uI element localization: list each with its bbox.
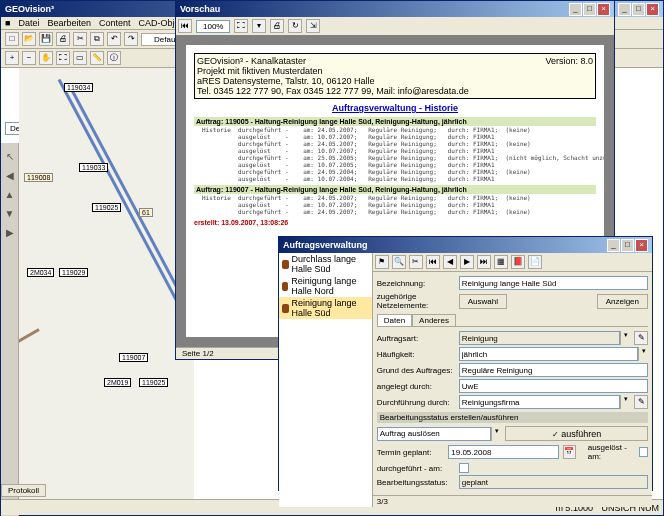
tb-undo-icon[interactable]: ↶: [107, 32, 121, 46]
tb-cut2-icon[interactable]: ✂: [409, 255, 423, 269]
haeufigkeit-label: Häufigkeit:: [377, 350, 455, 359]
menu-content[interactable]: Content: [99, 18, 131, 28]
tb-open-icon[interactable]: 📂: [22, 32, 36, 46]
angelegt-label: angelegt durch:: [377, 382, 455, 391]
list-item[interactable]: Durchlass lange Halle Süd: [279, 253, 372, 275]
node-label: 119033: [79, 163, 108, 172]
tb-grid-icon[interactable]: ▦: [494, 255, 508, 269]
history-row: ausgelöst - am: 10.07.2005; Reguläre Rei…: [194, 161, 596, 168]
order-list: Durchlass lange Halle Süd Reinigung lang…: [279, 253, 373, 507]
grund-input[interactable]: [459, 363, 648, 377]
tb-prev-icon[interactable]: ◀: [443, 255, 457, 269]
auftragsart-select[interactable]: [459, 331, 620, 345]
refresh-icon[interactable]: ↻: [288, 19, 302, 33]
bezeichnung-label: Bezeichnung:: [377, 279, 455, 288]
ausgeloest-checkbox[interactable]: [639, 447, 648, 457]
print-icon[interactable]: 🖨: [270, 19, 284, 33]
tab-daten[interactable]: Daten: [377, 314, 412, 326]
auftragsart-label: Auftragsart:: [377, 334, 455, 343]
node-label: 119007: [119, 353, 148, 362]
tb-first-icon[interactable]: ⏮: [426, 255, 440, 269]
auswahl-button[interactable]: Auswahl: [459, 294, 507, 309]
tb-search-icon[interactable]: 🔍: [392, 255, 406, 269]
list-item[interactable]: Reinigung lange Halle Süd: [279, 297, 372, 319]
tb-print-icon[interactable]: 🖨: [56, 32, 70, 46]
arrow-w-icon[interactable]: ◀: [6, 170, 14, 181]
history-row: Historie durchgeführt - am: 24.05.2007; …: [194, 194, 596, 201]
map-canvas[interactable]: 119034 119033 119025 2M034 119029 119007…: [19, 68, 194, 513]
protokoll-tab[interactable]: Protokoll: [1, 484, 46, 497]
bearbstatus-field: [459, 475, 648, 489]
zoom-fit-icon[interactable]: ⛶: [234, 19, 248, 33]
tb-save-icon[interactable]: 💾: [39, 32, 53, 46]
ausgeloest-label: ausgelöst - am:: [588, 443, 635, 461]
tb-pan-icon[interactable]: ✋: [39, 51, 53, 65]
ausfuehren-button[interactable]: ✓ ausführen: [505, 426, 648, 441]
termin-input[interactable]: [448, 445, 559, 459]
tb-measure-icon[interactable]: 📏: [90, 51, 104, 65]
tb-copy-icon[interactable]: ⧉: [90, 32, 104, 46]
menu-bearbeiten[interactable]: Bearbeiten: [47, 18, 91, 28]
tb-last-icon[interactable]: ⏭: [477, 255, 491, 269]
tb-flag-icon[interactable]: ⚑: [375, 255, 389, 269]
haeufigkeit-select[interactable]: [459, 347, 638, 361]
history-row: ausgelöst - am: 10.07.2007; Reguläre Rei…: [194, 201, 596, 208]
dropdown-icon[interactable]: ▾: [620, 395, 630, 409]
auftrag-header: Auftrag: 119005 - Haltung-Reinigung lang…: [194, 117, 596, 126]
form-minimize-button[interactable]: _: [607, 239, 620, 252]
history-row: ausgelöst - am: 10.07.2004; Reguläre Rei…: [194, 175, 596, 182]
history-row: durchgeführt - am: 25.05.2005; Reguläre …: [194, 154, 596, 161]
pipe-label: 61: [139, 208, 153, 217]
arrow-n-icon[interactable]: ▲: [5, 189, 15, 200]
folder-icon: [282, 260, 289, 269]
export-icon[interactable]: ⇲: [306, 19, 320, 33]
arrow-nw-icon[interactable]: ↖: [6, 151, 14, 162]
zoom-dd-icon[interactable]: ▾: [252, 19, 266, 33]
tb-book-icon[interactable]: 📕: [511, 255, 525, 269]
form-close-button[interactable]: ×: [635, 239, 648, 252]
form-maximize-button[interactable]: □: [621, 239, 634, 252]
tb-doc-icon[interactable]: 📄: [528, 255, 542, 269]
zoom-field[interactable]: 100%: [196, 20, 230, 33]
doc-version: Version: 8.0: [545, 56, 593, 66]
grund-label: Grund des Auftrages:: [377, 366, 455, 375]
arrow-s-icon[interactable]: ▼: [5, 208, 15, 219]
minimize-button[interactable]: _: [618, 3, 631, 16]
history-row: durchgeführt - am: 24.05.2007; Reguläre …: [194, 208, 596, 215]
first-page-icon[interactable]: ⏮: [178, 19, 192, 33]
tb-zoom-in-icon[interactable]: +: [5, 51, 19, 65]
maximize-button[interactable]: □: [632, 3, 645, 16]
doc-company: GEOvision³ - Kanalkataster: [197, 56, 306, 66]
preview-close-button[interactable]: ×: [597, 3, 610, 16]
arrow-e-icon[interactable]: ▶: [6, 227, 14, 238]
durchgefuehrt-checkbox[interactable]: [459, 463, 469, 473]
tb-cut-icon[interactable]: ✂: [73, 32, 87, 46]
dropdown-icon[interactable]: ▾: [620, 331, 630, 345]
tb-redo-icon[interactable]: ↷: [124, 32, 138, 46]
dropdown-icon[interactable]: ▾: [491, 427, 501, 441]
bezeichnung-input[interactable]: [459, 276, 648, 290]
history-row: durchgeführt - am: 24.05.2004; Reguläre …: [194, 168, 596, 175]
durchfuehrung-select[interactable]: [459, 395, 620, 409]
preview-minimize-button[interactable]: _: [569, 3, 582, 16]
dropdown-icon[interactable]: ▾: [638, 347, 648, 361]
menu-datei[interactable]: Datei: [18, 18, 39, 28]
tb-next-icon[interactable]: ▶: [460, 255, 474, 269]
angelegt-input[interactable]: [459, 379, 648, 393]
node-label: 2M034: [27, 268, 54, 277]
netzelemente-label: zugehörige Netzelemente:: [377, 292, 455, 310]
edit-icon[interactable]: ✎: [634, 331, 648, 345]
ausloesen-select[interactable]: [377, 427, 492, 441]
anzeigen-button[interactable]: Anzeigen: [597, 294, 648, 309]
edit-icon[interactable]: ✎: [634, 395, 648, 409]
tb-select-icon[interactable]: ▭: [73, 51, 87, 65]
tb-extent-icon[interactable]: ⛶: [56, 51, 70, 65]
tb-new-icon[interactable]: □: [5, 32, 19, 46]
tab-anderes[interactable]: Anderes: [412, 314, 456, 326]
list-item[interactable]: Reinigung lange Halle Nord: [279, 275, 372, 297]
preview-maximize-button[interactable]: □: [583, 3, 596, 16]
calendar-icon[interactable]: 📅: [563, 445, 575, 459]
tb-info-icon[interactable]: ⓘ: [107, 51, 121, 65]
tb-zoom-out-icon[interactable]: −: [22, 51, 36, 65]
close-button[interactable]: ×: [646, 3, 659, 16]
